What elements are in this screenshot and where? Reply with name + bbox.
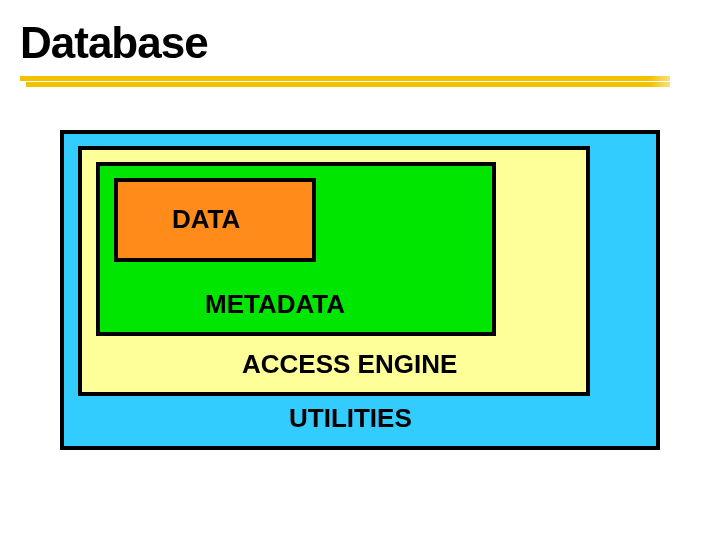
layer-utilities-label: UTILITIES <box>289 403 412 434</box>
layer-data: DATA <box>114 178 316 262</box>
layer-utilities: UTILITIES ACCESS ENGINE METADATA DATA <box>60 130 660 450</box>
database-layer-stack: UTILITIES ACCESS ENGINE METADATA DATA <box>60 130 660 450</box>
page-title: Database <box>20 18 208 68</box>
layer-metadata: METADATA DATA <box>96 162 496 336</box>
layer-data-label: DATA <box>172 204 240 246</box>
layer-access-engine: ACCESS ENGINE METADATA DATA <box>78 146 590 396</box>
slide: Database UTILITIES ACCESS ENGINE METADAT… <box>0 0 720 540</box>
layer-metadata-label: METADATA <box>205 289 345 320</box>
title-underline <box>20 76 690 96</box>
layer-access-engine-label: ACCESS ENGINE <box>242 349 457 380</box>
